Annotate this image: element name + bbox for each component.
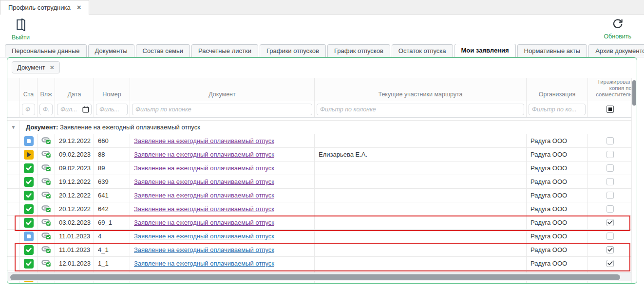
tab[interactable]: Документы — [88, 44, 134, 57]
duplicate-copy-checkbox[interactable] — [606, 151, 614, 158]
window-tab-bar: Профиль сотрудника ✕ — [0, 0, 644, 15]
close-icon[interactable]: ✕ — [76, 4, 82, 11]
table-row[interactable]: 09.02.2023 88 Заявление на ежегодный опл… — [7, 148, 632, 161]
tab[interactable]: Мои заявления — [455, 44, 516, 57]
tab-label: Документы — [95, 47, 128, 54]
window-tab-employee-profile[interactable]: Профиль сотрудника ✕ — [0, 0, 89, 15]
tab[interactable]: Остаток отпуска — [392, 44, 453, 57]
row-participants — [315, 216, 527, 229]
document-link[interactable]: Заявление на ежегодный оплачиваемый отпу… — [134, 246, 274, 253]
tab[interactable]: Архив документов — [588, 44, 644, 57]
document-link[interactable]: Заявление на ежегодный оплачиваемый отпу… — [134, 164, 274, 172]
table-rows: 29.12.2022 660 Заявление на ежегодный оп… — [7, 134, 632, 283]
filter-chip-bar: Документ ✕ — [7, 58, 637, 78]
document-link[interactable]: Заявление на ежегодный оплачиваемый отпу… — [134, 219, 274, 226]
row-organization: Радуга ООО — [527, 148, 588, 161]
attachment-icon — [41, 204, 51, 214]
duplicate-copy-checkbox[interactable] — [606, 246, 614, 253]
row-organization: Радуга ООО — [527, 243, 588, 256]
row-date: 09.02.2023 — [55, 148, 94, 161]
row-organization: Радуга ООО — [527, 134, 588, 147]
row-date: 09.02.2023 — [55, 161, 94, 175]
duplicate-copy-checkbox[interactable] — [606, 205, 614, 213]
refresh-button[interactable]: Обновить — [604, 18, 631, 40]
document-link[interactable]: Заявление на ежегодный оплачиваемый отпу… — [134, 178, 274, 185]
exit-button[interactable]: Выйти — [12, 18, 30, 41]
tab-label: Нормативные акты — [524, 47, 581, 54]
row-participants — [315, 257, 527, 270]
document-link[interactable]: Заявление на ежегодный оплачиваемый отпу… — [134, 260, 274, 267]
vertical-scrollbar[interactable] — [631, 78, 637, 283]
duplicate-copy-filter-checkbox[interactable] — [606, 106, 614, 113]
tab-label: График отпусков — [334, 47, 383, 54]
status-filter-input[interactable] — [22, 104, 35, 115]
document-link[interactable]: Заявление на ежегодный оплачиваемый отпу… — [134, 205, 274, 213]
attachment-icon — [41, 177, 51, 187]
document-filter-input[interactable] — [132, 104, 312, 115]
header-status: Ста — [20, 78, 38, 101]
collapse-chevron-icon[interactable]: ▼ — [7, 121, 20, 134]
documents-table: Ста Влж Дата Номер Документ Текущие учас… — [7, 78, 632, 283]
row-number: 639 — [94, 175, 130, 188]
window-tab-title: Профиль сотрудника — [8, 4, 71, 11]
row-date: 29.12.2022 — [55, 134, 94, 147]
duplicate-copy-checkbox[interactable] — [606, 192, 614, 199]
tab-label: Персональные данные — [12, 47, 80, 54]
duplicate-copy-checkbox[interactable] — [606, 164, 614, 172]
document-link[interactable]: Заявление на ежегодный оплачиваемый отпу… — [134, 192, 274, 199]
attachment-icon — [41, 191, 51, 200]
attachment-icon — [41, 218, 51, 228]
number-filter-input[interactable] — [96, 104, 128, 115]
row-date: 19.12.2022 — [55, 175, 94, 188]
document-link[interactable]: Заявление на ежегодный оплачиваемый отпу… — [134, 137, 274, 144]
table-row[interactable]: 03.02.2023 69_1 Заявление на ежегодный о… — [7, 216, 632, 230]
row-participants — [315, 202, 527, 215]
row-participants — [315, 230, 527, 243]
group-row: ▼ Документ: Заявление на ежегодный оплач… — [7, 121, 632, 134]
table-row[interactable]: 19.12.2022 639 Заявление на ежегодный оп… — [7, 175, 632, 189]
tab[interactable]: Состав семьи — [136, 44, 190, 57]
row-date: 12.01.2023 — [55, 257, 94, 270]
table-row[interactable]: 11.01.2023 4_1 Заявление на ежегодный оп… — [7, 243, 632, 257]
table-row[interactable]: 20.12.2022 642 Заявление на ежегодный оп… — [7, 202, 632, 216]
row-organization: Радуга ООО — [527, 175, 588, 188]
my-applications-panel: Документ ✕ Ста Влж Дата Номер Документ Т… — [7, 57, 637, 284]
organization-filter-input[interactable] — [529, 104, 586, 115]
group-value: Заявление на ежегодный оплачиваемый отпу… — [60, 124, 200, 131]
status-icon — [24, 191, 34, 200]
tab[interactable]: График отпусков — [327, 44, 390, 57]
duplicate-copy-checkbox[interactable] — [606, 233, 614, 240]
header-date: Дата — [55, 78, 94, 101]
row-date: 11.01.2023 — [55, 243, 94, 256]
row-number: 1_1 — [94, 257, 130, 270]
participants-filter-input[interactable] — [317, 104, 524, 115]
duplicate-copy-checkbox[interactable] — [606, 137, 614, 144]
attachment-icon — [41, 150, 51, 160]
tab[interactable]: Расчетные листки — [191, 44, 258, 57]
horizontal-scrollbar[interactable] — [8, 272, 631, 281]
table-row[interactable]: 11.01.2023 4 Заявление на ежегодный опла… — [7, 230, 632, 243]
horizontal-scrollbar-thumb[interactable] — [10, 274, 620, 280]
tab[interactable]: Нормативные акты — [517, 44, 587, 57]
document-link[interactable]: Заявление на ежегодный оплачиваемый отпу… — [134, 151, 274, 158]
attachment-filter-input[interactable] — [39, 104, 53, 115]
filter-chip-label: Документ — [17, 64, 45, 71]
chip-close-icon[interactable]: ✕ — [50, 64, 55, 71]
row-organization: Радуга ООО — [527, 161, 588, 175]
tab[interactable]: Персональные данные — [5, 44, 87, 57]
calendar-icon[interactable] — [82, 106, 89, 113]
table-row[interactable]: 09.02.2023 89 Заявление на ежегодный опл… — [7, 161, 632, 175]
vertical-scrollbar-thumb[interactable] — [632, 80, 636, 106]
row-participants — [315, 189, 527, 202]
document-link[interactable]: Заявление на ежегодный оплачиваемый отпу… — [134, 233, 274, 240]
filter-chip-document[interactable]: Документ ✕ — [12, 61, 60, 73]
table-row[interactable]: 12.01.2023 1_1 Заявление на ежегодный оп… — [7, 257, 632, 270]
duplicate-copy-checkbox[interactable] — [606, 260, 614, 267]
tab[interactable]: Графики отпусков — [260, 44, 326, 57]
toolbar: Выйти Обновить — [0, 15, 644, 42]
table-row[interactable]: 20.12.2022 641 Заявление на ежегодный оп… — [7, 189, 632, 202]
tab-label: Расчетные листки — [198, 47, 251, 54]
duplicate-copy-checkbox[interactable] — [606, 178, 614, 185]
duplicate-copy-checkbox[interactable] — [606, 219, 614, 226]
table-row[interactable]: 29.12.2022 660 Заявление на ежегодный оп… — [7, 134, 632, 148]
